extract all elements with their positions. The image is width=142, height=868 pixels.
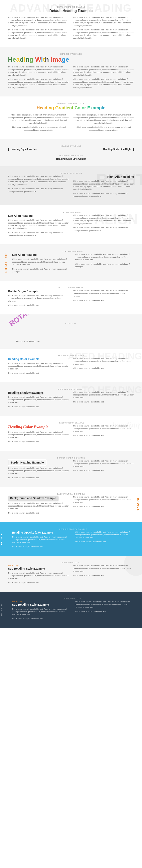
body-text-1: This is some example placeholder text. T… (8, 66, 69, 76)
body-text-3: This is some example placeholder text. T… (73, 16, 134, 27)
center-label: HEADING STYLE CENTER (8, 155, 134, 157)
section-sub-heading: SUB HEADING STYLE Sub Heading Sub Headin… (0, 556, 142, 592)
section-label: HEADING STYLE LINE (8, 145, 134, 147)
body-text-3: This is some example placeholder text. T… (8, 231, 69, 237)
body-text-1: This is some example placeholder text. T… (8, 396, 69, 404)
section-script-heading: heading HEADING COLOR EXAMPLE Heading Co… (0, 416, 142, 451)
section-label: ROTATE ORIGIN EXAMPLE (8, 287, 134, 289)
sub-label: Sub Heading (12, 600, 71, 602)
section-border-heading: BORDER HEADING EXAMPLE Border Heading Ex… (0, 451, 142, 487)
body-text-1: This is some example placeholder text. T… (12, 608, 71, 616)
heading-space (33, 56, 35, 63)
rotate-label: ROTATE (0, 533, 3, 545)
section-label: ROTATE 35° (8, 322, 134, 324)
section-label: HEADING WITH IMAGE (8, 53, 134, 55)
bg-shadow-heading: Background and Shadow Example (8, 496, 58, 500)
line-left-heading: Heading Style Line Left (8, 148, 69, 151)
sub-label: Sub Heading (8, 565, 69, 566)
body-text-4: This is some example placeholder text. (75, 540, 134, 544)
section-line-heading: HEADING STYLE LINE Heading Style Line Le… (0, 139, 142, 166)
body-text-2: This is some example placeholder text. T… (73, 565, 134, 573)
sub-heading: Sub Heading Style Example (8, 567, 69, 570)
section-label: BACKGROUND AND SHADOW (8, 493, 134, 495)
body-text-3: This is some example placeholder text. (12, 546, 71, 548)
body-text-1: This is some example placeholder text. T… (8, 572, 69, 580)
heading-a: a (16, 56, 20, 63)
heading-n: n (25, 56, 29, 63)
section-heading-color: ACED HEADING HEADING COLOR EXAMPLE Headi… (0, 349, 142, 382)
body-text-2: This is some example placeholder text. T… (8, 29, 69, 39)
heading-sp2 (49, 56, 51, 63)
body-text-3: This is some example placeholder text. (8, 512, 69, 515)
body-text-1: This is some example placeholder text. T… (8, 502, 69, 510)
body-text-4: This is some example placeholder text. (75, 610, 134, 613)
body-text-1: This is some example placeholder text. T… (8, 175, 69, 186)
section-gradient-heading: HEADING GRADIENT COLOR Heading Gradient … (0, 96, 142, 139)
heading-i2: i (41, 56, 43, 63)
heading: Sub Heading Style Example (12, 603, 71, 606)
heading-img-word: Ima (51, 56, 62, 63)
body-text-2: This is some example placeholder text. T… (8, 78, 69, 89)
body-text-1: This is some example placeholder text. T… (8, 294, 69, 303)
body-text-4: This is some example placeholder text. (73, 469, 134, 472)
line-right-heading: Heading Style Line Right (103, 148, 134, 151)
heading-e: e (12, 56, 16, 63)
default-heading: Default Heading Example (8, 9, 134, 13)
rotate-label: ROTATE 90° (4, 252, 8, 273)
body-text-2: This is some example placeholder text. T… (8, 126, 69, 131)
section-rotate-origin: TOP RIGHT ROTATE ORIGIN EXAMPLE Rotate O… (0, 281, 142, 314)
border-heading: Border Heading Example (8, 460, 46, 465)
body-text-4: This is some example placeholder text. T… (73, 226, 134, 232)
section-label: SUB HEADING STYLE (8, 562, 134, 564)
body-text-2: This is some example placeholder text. T… (73, 460, 134, 468)
body-text-1: This is some example placeholder text. T… (8, 431, 69, 439)
body-text-4: This is some example placeholder text. T… (73, 126, 134, 131)
body-text-2: This is some example placeholder text. T… (73, 180, 134, 191)
body-text-2: This is some example placeholder text. T… (75, 531, 134, 539)
section-label: SUB HEADING STYLE (12, 598, 134, 600)
section-label: HEADING OPACITY EXAMPLE (12, 528, 134, 530)
body-text-3: This is some example placeholder text. T… (73, 66, 134, 76)
heading-g: g (29, 56, 33, 63)
body-text-4: This is some example placeholder text. (73, 367, 134, 370)
section-label: HEADING GRADIENT COLOR (8, 102, 134, 104)
heading-d: d (20, 56, 24, 63)
body-text-4: This is some example placeholder text. T… (73, 78, 134, 89)
gradient-heading: Heading Gradient Color Example (8, 105, 134, 111)
body-text-4: This is some example placeholder text. (73, 401, 134, 403)
body-text-3: This is some example placeholder text. (8, 581, 69, 584)
section-rotate-90: ROTATE 90° LEFT ALIGN HEADING Left Align… (0, 244, 142, 281)
body-text-2: This is some example placeholder text. T… (73, 289, 134, 298)
body-text-2: This is some example placeholder text. T… (73, 214, 134, 225)
heading-t: t (43, 56, 45, 63)
body-text-2: This is some example placeholder text. T… (73, 358, 134, 366)
body-text-3: This is some example placeholder text. (8, 372, 69, 375)
heading-w: W (35, 56, 41, 63)
section-label: DEFAULT HEADING EXAMPLE (8, 6, 134, 8)
body-text-2: This is some example placeholder text. T… (73, 425, 134, 433)
heading-h: H (8, 56, 12, 63)
body-text-3: This is some example placeholder text. (8, 304, 69, 307)
section-default-heading: ADVANCED HEADING DEFAULT HEADING EXAMPLE… (0, 0, 142, 47)
body-text-2: This is some example placeholder text. T… (75, 253, 134, 261)
left-heading: Left Align Heading (8, 214, 69, 217)
radius-label: RADIUS (137, 498, 140, 511)
shadow-heading: Heading Shadow Example (8, 391, 69, 394)
rotate-35-text: ROTATE 35° (8, 314, 47, 328)
section-right-align: RIGHT RIGHT ALIGN HEADING This is some e… (0, 166, 142, 205)
body-text-4: This is some example placeholder text. (73, 574, 134, 577)
body-text-4: This is some example placeholder text. (73, 434, 134, 437)
heading: Left Align Heading (12, 253, 71, 256)
heading-ge: ge (62, 56, 69, 63)
heading-h2: h (45, 56, 49, 63)
body-text-2: This is some example placeholder text. T… (73, 496, 134, 504)
body-text-4: This is some example placeholder text. T… (75, 263, 134, 268)
body-text-3: This is some example placeholder text. (12, 617, 71, 620)
body-text-2: This is some example placeholder text. T… (73, 391, 134, 399)
body-text-4: This is some example placeholder text. (73, 299, 134, 302)
body-text-1: This is some example placeholder text. T… (8, 114, 69, 124)
section-rotate-35: ROTATE 35° ROTATE 35° Position X:20, Pos… (0, 314, 142, 349)
body-text-4: This is some example placeholder text. T… (73, 192, 134, 198)
body-text-3: This is some example placeholder text. T… (12, 268, 71, 273)
body-text-1: This is some example placeholder text. T… (12, 536, 71, 544)
